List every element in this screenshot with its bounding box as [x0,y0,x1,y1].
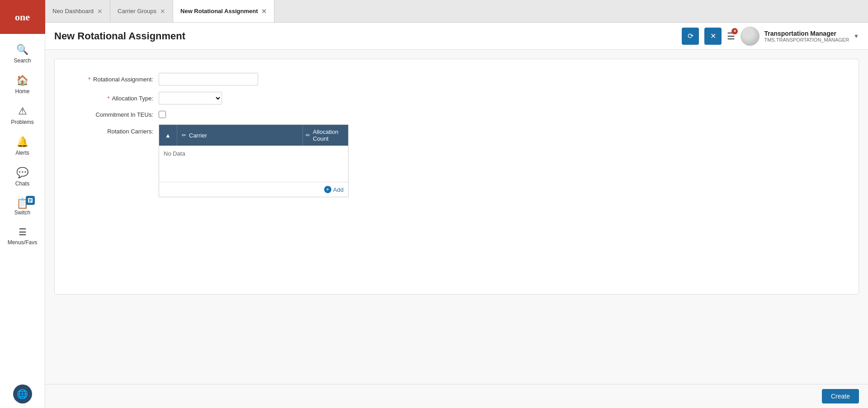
sidebar-label-switch: Switch [14,209,30,216]
sort-col-header[interactable]: ▲ [159,125,177,146]
create-button[interactable]: Create [822,389,859,403]
rotation-carriers-label: Rotation Carriers: [68,124,159,135]
sidebar-item-menus-favs[interactable]: ☰ Menus/Favs [0,221,45,251]
sidebar-item-home[interactable]: 🏠 Home [0,69,45,100]
user-dropdown-arrow[interactable]: ▼ [854,33,859,39]
search-icon: 🔍 [16,44,28,56]
svg-rect-1 [29,199,32,200]
tab-carrier-groups-close[interactable]: ✕ [160,8,165,14]
allocation-type-label: * Allocation Type: [68,95,159,102]
tab-carrier-groups-label: Carrier Groups [118,8,156,14]
svg-rect-2 [29,200,32,201]
rotational-assignment-label: * Rotational Assignment: [68,76,159,83]
tab-bar: Neo Dashboard ✕ Carrier Groups ✕ New Rot… [45,0,868,23]
sidebar-item-alerts[interactable]: 🔔 Alerts [0,131,45,161]
tab-neo-dashboard[interactable]: Neo Dashboard ✕ [45,0,110,22]
header-bar: New Rotational Assignment ⟳ ✕ ☰ ★ Transp… [45,23,868,50]
carriers-table: ▲ ✏ Carrier ✏ AllocationCount No Data [159,124,349,197]
user-role: TMS.TRANSPORTATION_MANAGER [764,37,849,43]
refresh-icon: ⟳ [688,32,693,40]
add-carrier-button[interactable]: + Add [324,186,344,193]
tab-neo-dashboard-label: Neo Dashboard [52,8,94,14]
avatar-image [741,27,760,46]
carriers-table-header: ▲ ✏ Carrier ✏ AllocationCount [159,125,348,146]
form-row-commitment-teus: Commitment In TEUs: [68,111,845,118]
sidebar-item-chats[interactable]: 💬 Chats [0,161,45,192]
form-row-rotation-carriers: Rotation Carriers: ▲ ✏ Carrier ✏ Allocat… [68,124,845,197]
sidebar-item-problems[interactable]: ⚠ Problems [0,100,45,131]
form-row-rotational-assignment: * Rotational Assignment: [68,73,845,85]
tab-new-rotational-assignment-close[interactable]: ✕ [261,8,267,14]
rotational-assignment-input[interactable] [159,73,258,85]
required-star-2: * [107,95,109,102]
tab-carrier-groups[interactable]: Carrier Groups ✕ [110,0,173,22]
sidebar-label-problems: Problems [11,119,34,125]
sidebar-bottom: 🌐 [0,384,45,408]
tab-new-rotational-assignment-label: New Rotational Assignment [180,8,258,14]
no-data-label: No Data [164,150,185,157]
main-area: Neo Dashboard ✕ Carrier Groups ✕ New Rot… [45,0,868,408]
close-page-button[interactable]: ✕ [704,28,722,45]
home-icon: 🏠 [16,75,28,86]
user-name: Transportation Manager [764,30,849,37]
commitment-teus-checkbox[interactable] [159,111,166,118]
user-avatar [741,27,760,46]
sidebar-label-search: Search [14,57,31,64]
warning-icon: ⚠ [18,105,27,117]
add-label: Add [333,186,344,193]
svg-rect-3 [29,201,31,202]
user-info[interactable]: Transportation Manager TMS.TRANSPORTATIO… [741,27,859,46]
user-text: Transportation Manager TMS.TRANSPORTATIO… [764,30,849,43]
page-title: New Rotational Assignment [54,30,185,42]
sidebar-item-switch[interactable]: 📋 Switch [0,192,45,221]
world-icon-button[interactable]: 🌐 [13,384,32,403]
commitment-teus-label: Commitment In TEUs: [68,111,159,118]
star-badge: ★ [731,28,738,34]
required-star-1: * [88,76,90,83]
sidebar-item-search[interactable]: 🔍 Search [0,38,45,69]
app-logo[interactable]: one [0,0,45,34]
carrier-edit-icon: ✏ [182,132,186,138]
close-icon: ✕ [710,32,716,40]
sort-arrow-icon: ▲ [165,132,171,139]
bottom-bar: Create [45,384,868,408]
bell-icon: 🔔 [16,136,28,148]
tab-new-rotational-assignment[interactable]: New Rotational Assignment ✕ [173,0,274,22]
allocation-count-col-header[interactable]: ✏ AllocationCount [303,125,348,146]
allocation-type-select[interactable] [159,92,222,104]
carrier-col-label: Carrier [189,132,207,139]
carriers-table-footer: + Add [159,182,348,197]
form-row-allocation-type: * Allocation Type: [68,92,845,104]
plus-icon: + [324,186,331,193]
alloc-edit-icon: ✏ [306,132,310,138]
sidebar: one 🔍 Search 🏠 Home ⚠ Problems 🔔 Alerts … [0,0,45,408]
menus-favs-icon: ☰ [19,227,27,237]
refresh-button[interactable]: ⟳ [682,28,699,45]
chat-icon: 💬 [16,167,28,179]
sidebar-label-home: Home [15,88,29,95]
header-menu-button[interactable]: ☰ ★ [727,31,735,42]
globe-icon: 🌐 [17,389,28,399]
sidebar-label-chats: Chats [15,180,29,187]
alloc-col-label: AllocationCount [313,128,338,142]
carrier-col-header[interactable]: ✏ Carrier [177,125,303,146]
logo-text: one [15,11,30,23]
form-container: * Rotational Assignment: * Allocation Ty… [54,59,859,294]
switch-badge [26,196,35,205]
tab-neo-dashboard-close[interactable]: ✕ [97,8,103,14]
content-area: * Rotational Assignment: * Allocation Ty… [45,50,868,384]
sidebar-label-menus-favs: Menus/Favs [8,239,37,246]
header-actions: ⟳ ✕ ☰ ★ Transportation Manager TMS.TRANS… [682,27,859,46]
sidebar-label-alerts: Alerts [15,150,29,156]
carriers-table-body: No Data [159,146,348,182]
